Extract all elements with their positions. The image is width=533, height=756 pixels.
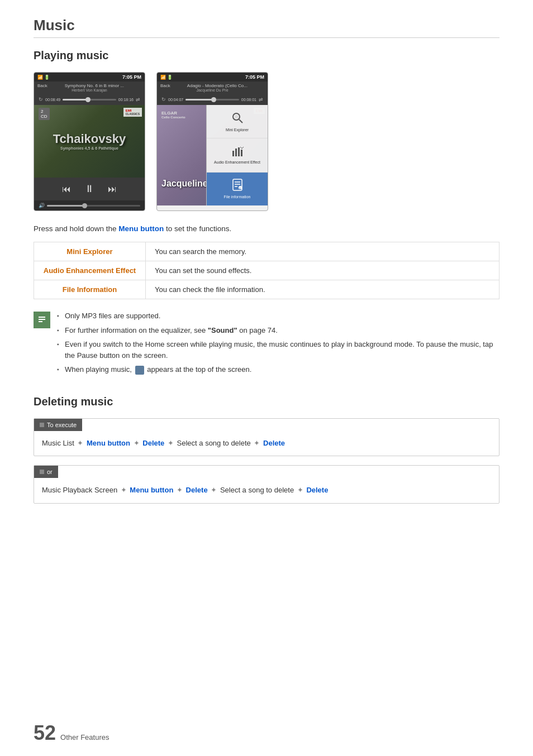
note-list: Only MP3 files are supported. For furthe… (57, 310, 499, 379)
menu-item-mini-explorer[interactable]: Mini Explorer (207, 105, 268, 138)
svg-rect-6 (241, 150, 242, 156)
page-number: 52 (34, 721, 56, 745)
battery-icon-2: 🔋 (167, 75, 173, 80)
wifi-icon-2: 📶 (160, 75, 166, 80)
feature-name-mini-explorer: Mini Explorer (34, 242, 146, 261)
repeat-icon: ↻ (39, 97, 43, 102)
phone1-controls: ⏮ ⏸ ⏭ (34, 178, 145, 200)
or-step-4: Delete (306, 486, 328, 494)
feature-desc-audio-enhancement: You can set the sound effects. (146, 261, 499, 280)
phone2-track-artist: Jacqueline Du Pre (160, 88, 264, 92)
phone2-fill (185, 99, 212, 101)
arrow-sep-2: ✦ (134, 439, 140, 447)
execute-square-icon (40, 423, 44, 427)
phone1-track-artist: Herbert Von Karajan (37, 88, 141, 92)
shuffle-icon: ⇌ (136, 97, 140, 102)
menu-item-file-info-label: File information (224, 195, 251, 199)
feature-name-audio-enhancement: Audio Enhancement Effect (34, 261, 146, 280)
or-arrow-sep-1: ✦ (121, 486, 127, 494)
phone1-volume-bar: 🔊 (34, 200, 145, 210)
page-label: Other Features (60, 733, 109, 745)
note-icon-symbol (37, 315, 46, 325)
phone1-album-text: Tchaikovsky Symphonies 4,5 & 6 Pathétiqu… (53, 132, 126, 151)
or-arrow-sep-3: ✦ (211, 486, 217, 494)
menu-button-highlight: Menu button (118, 224, 164, 233)
phone1-album-art: 2CD EMICLASSICS Tchaikovsky Symphonies 4… (34, 105, 145, 178)
phone1-thumb (85, 97, 91, 102)
or-header: or (34, 466, 58, 478)
phone1-label-badge: EMICLASSICS (123, 108, 142, 117)
table-row: File Information You can check the file … (34, 280, 499, 299)
wifi-icon: 📶 (37, 75, 43, 80)
menu-item-audio-enhancement[interactable]: Audio Enhancement Effect (207, 138, 268, 172)
svg-point-2 (235, 115, 238, 118)
exec-step-4: Delete (263, 439, 285, 447)
or-step-1: Menu button (130, 486, 173, 494)
phone2-album-label: ELGAR Cello Concerto (161, 111, 185, 119)
page-title: Music (34, 17, 499, 34)
deleting-music-heading: Deleting music (34, 395, 499, 408)
phone2-status-icons: 📶 🔋 (160, 75, 173, 80)
volume-track[interactable] (47, 205, 140, 207)
feature-table-body: Mini Explorer You can search the memory.… (34, 242, 499, 299)
volume-thumb (82, 203, 87, 208)
menu-button-info: Press and hold down the Menu button to s… (34, 224, 499, 233)
arrow-sep-3: ✦ (168, 439, 174, 447)
screenshots-row: 📶 🔋 7:05 PM Back Symphony No. 6 in B min… (34, 72, 499, 211)
phone2-progress-bar: ↻ 00:04:07 00:08:01 ⇌ (157, 94, 268, 105)
svg-rect-3 (232, 151, 234, 156)
table-row: Audio Enhancement Effect You can set the… (34, 261, 499, 280)
phone2-back[interactable]: Back (160, 83, 170, 88)
playing-music-heading: Playing music (34, 49, 499, 62)
phone2-album-area: ELGAR Cello Concerto EMI Jacqueline du P… (157, 105, 268, 205)
file-info-icon: i (232, 179, 243, 194)
phone1-total: 00:18:16 (118, 98, 134, 102)
phone1-fill (63, 99, 87, 101)
exec-step-1: Menu button (87, 439, 130, 447)
mini-explorer-icon (231, 112, 244, 127)
page-footer: 52 Other Features (34, 721, 109, 745)
phone2-status-bar: 📶 🔋 7:05 PM (157, 73, 268, 82)
audio-enhancement-icon (231, 146, 244, 159)
menu-item-mini-explorer-label: Mini Explorer (226, 128, 249, 132)
shuffle-icon-2: ⇌ (259, 97, 263, 102)
exec-step-3: Select a song to delete (177, 439, 251, 447)
phone2-time: 7:05 PM (245, 74, 264, 80)
feature-desc-mini-explorer: You can search the memory. (146, 242, 499, 261)
playing-music-section: Playing music 📶 🔋 7:05 PM Back Symphony … (34, 49, 499, 379)
prev-button[interactable]: ⏮ (62, 184, 71, 194)
next-button[interactable]: ⏭ (108, 184, 117, 194)
or-step-2: Delete (186, 486, 208, 494)
phone1-nav-bar: Back Symphony No. 6 in B minor ... Herbe… (34, 82, 145, 94)
arrow-sep-1: ✦ (77, 439, 83, 447)
phone1-time: 7:05 PM (122, 74, 141, 80)
execute-header: To execute (34, 419, 82, 431)
feature-table: Mini Explorer You can search the memory.… (34, 242, 499, 299)
or-box: or Music Playback Screen ✦ Menu button ✦… (34, 465, 499, 504)
list-item: Even if you switch to the Home screen wh… (57, 339, 499, 361)
phone1-track-title: Symphony No. 6 in B minor ... (65, 83, 124, 88)
volume-fill (47, 205, 84, 207)
exec-step-2: Delete (142, 439, 164, 447)
list-item: When playing music, appears at the top o… (57, 364, 499, 375)
execute-content: Music List ✦ Menu button ✦ Delete ✦ Sele… (34, 431, 499, 456)
or-step-3: Select a song to delete (220, 486, 294, 494)
phone1-track[interactable] (63, 99, 116, 101)
svg-rect-4 (235, 149, 237, 156)
note-box: Only MP3 files are supported. For furthe… (34, 310, 499, 379)
or-content: Music Playback Screen ✦ Menu button ✦ De… (34, 478, 499, 503)
phone-mockup-1: 📶 🔋 7:05 PM Back Symphony No. 6 in B min… (34, 72, 145, 211)
or-arrow-sep-2: ✦ (177, 486, 183, 494)
title-divider (34, 37, 499, 38)
menu-item-file-info[interactable]: i File information (207, 173, 268, 205)
music-note-icon (135, 366, 144, 375)
feature-desc-file-info: You can check the file information. (146, 280, 499, 299)
phone2-elapsed: 00:04:07 (168, 98, 183, 102)
phone1-cd-badge: 2CD (39, 108, 50, 120)
arrow-sep-4: ✦ (254, 439, 260, 447)
svg-rect-5 (238, 147, 240, 156)
pause-button[interactable]: ⏸ (84, 183, 94, 195)
phone1-back[interactable]: Back (37, 83, 47, 88)
phone2-nav-bar: Back Adagio - Moderato (Cello Co... Jacq… (157, 82, 268, 94)
phone2-track[interactable] (185, 99, 239, 101)
